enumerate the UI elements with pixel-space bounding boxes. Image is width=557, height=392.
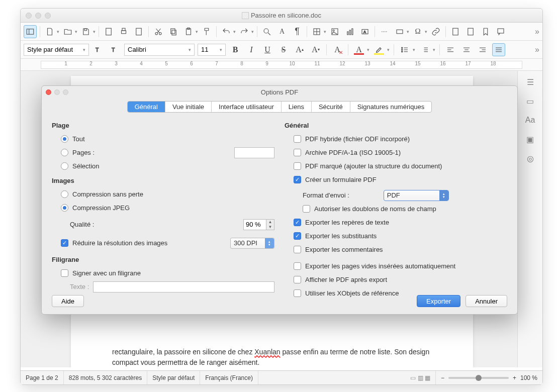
endnote-icon[interactable] <box>464 25 477 38</box>
sidebar-navigator-icon[interactable]: ◎ <box>521 150 539 166</box>
tab-links[interactable]: Liens <box>282 102 312 112</box>
pdfa-check[interactable] <box>294 149 301 156</box>
status-view-icons[interactable]: ▭ ▥ ▦ <box>405 371 436 384</box>
bookmarks-check[interactable] <box>294 219 301 226</box>
jpeg-radio[interactable] <box>61 204 68 212</box>
status-language[interactable]: Français (France) <box>200 371 258 384</box>
status-page[interactable]: Page 1 de 2 <box>21 371 64 384</box>
strikethrough-button[interactable]: S <box>277 43 290 56</box>
print-preview-icon[interactable] <box>132 25 145 38</box>
quality-spinner[interactable]: ▲▼ <box>266 219 274 230</box>
textbox-icon[interactable]: A <box>358 25 372 38</box>
form-check[interactable] <box>294 176 301 183</box>
sidebar-gallery-icon[interactable]: ▣ <box>521 131 539 147</box>
redo-icon[interactable] <box>238 25 251 38</box>
dpi-select[interactable]: 300 DPI ▴▾ <box>230 238 274 249</box>
tab-general[interactable]: Général <box>128 102 165 112</box>
paragraph-style-combo[interactable]: Style par défaut▾ <box>24 44 89 56</box>
spellcheck-icon[interactable]: A <box>275 25 289 38</box>
bold-button[interactable]: B <box>229 43 242 56</box>
align-justify-icon[interactable] <box>492 43 505 56</box>
bullet-list-icon[interactable] <box>398 43 411 56</box>
footnote-icon[interactable] <box>449 25 462 38</box>
sign-watermark-check[interactable] <box>61 269 68 277</box>
align-left-icon[interactable] <box>444 43 457 56</box>
tab-ui[interactable]: Interface utilisateur <box>212 102 282 112</box>
font-color-button[interactable]: A <box>352 43 365 56</box>
field-icon[interactable] <box>393 25 406 38</box>
range-pages-radio[interactable] <box>61 149 68 156</box>
export-pdf-icon[interactable] <box>102 25 115 38</box>
svg-rect-12 <box>171 29 175 34</box>
pdfa-label: Archive PDF/A-1a (ISO 19005-1) <box>305 149 401 156</box>
comments-check[interactable] <box>294 246 301 253</box>
cut-icon[interactable] <box>152 25 165 38</box>
table-icon[interactable] <box>310 25 323 38</box>
format-paintbrush-icon[interactable] <box>200 25 213 38</box>
sidebar-page-icon[interactable]: ▭ <box>521 93 539 109</box>
align-right-icon[interactable] <box>476 43 489 56</box>
paste-icon[interactable] <box>182 25 195 38</box>
body-text: rectangulaire, la passoire en silicone d… <box>112 347 477 367</box>
reduce-resolution-check[interactable] <box>61 239 68 247</box>
placeholders-check[interactable] <box>294 232 301 240</box>
number-list-icon[interactable] <box>418 43 431 56</box>
export-button[interactable]: Exporter <box>417 295 460 307</box>
svg-rect-31 <box>498 29 504 33</box>
dup-fields-check[interactable] <box>303 205 310 213</box>
find-icon[interactable] <box>260 25 273 38</box>
submit-format-select[interactable]: PDF ▴▾ <box>384 190 449 201</box>
print-icon[interactable] <box>117 25 130 38</box>
tab-initial-view[interactable]: Vue initiale <box>165 102 212 112</box>
image-icon[interactable] <box>328 25 341 38</box>
ruler-mark: 18 <box>490 61 496 66</box>
svg-rect-29 <box>453 28 458 35</box>
statusbar: Page 1 de 2 828 mots, 5 302 caractères S… <box>21 370 542 384</box>
chart-icon[interactable] <box>343 25 356 38</box>
special-char-icon[interactable]: Ω <box>411 25 424 38</box>
subscript-button[interactable]: A▾ <box>309 43 322 56</box>
tagged-check[interactable] <box>294 162 301 170</box>
svg-rect-11 <box>172 30 176 35</box>
range-pages-input[interactable] <box>234 147 274 158</box>
font-size-combo[interactable]: 11▾ <box>198 44 226 56</box>
page-break-icon[interactable] <box>378 25 391 38</box>
save-icon[interactable] <box>79 25 92 38</box>
hyperlink-icon[interactable] <box>429 25 442 38</box>
underline-button[interactable]: U <box>261 43 274 56</box>
new-icon[interactable] <box>43 25 56 38</box>
formatting-marks-icon[interactable]: ¶ <box>291 25 304 38</box>
range-all-label: Tout <box>72 135 85 143</box>
view-after-check[interactable] <box>294 276 301 283</box>
superscript-button[interactable]: A▴ <box>293 43 306 56</box>
highlight-button[interactable] <box>373 43 386 56</box>
blank-pages-check[interactable] <box>294 262 301 270</box>
status-style[interactable]: Style par défaut <box>147 371 200 384</box>
quality-input[interactable] <box>243 219 266 230</box>
status-zoom[interactable]: − + 100 % <box>436 371 542 384</box>
hybrid-check[interactable] <box>294 135 301 143</box>
bookmark-icon[interactable] <box>479 25 492 38</box>
tab-security[interactable]: Sécurité <box>312 102 350 112</box>
ruler: 123456789101112131415161718 <box>21 59 542 71</box>
align-center-icon[interactable] <box>460 43 473 56</box>
font-name-combo[interactable]: Calibri▾ <box>124 44 195 56</box>
update-style-icon[interactable]: T <box>92 43 105 56</box>
new-style-icon[interactable]: T <box>108 43 121 56</box>
cancel-button[interactable]: Annuler <box>466 295 507 307</box>
open-icon[interactable] <box>61 25 74 38</box>
sidebar-styles-icon[interactable]: Aa <box>521 112 539 128</box>
status-wordcount[interactable]: 828 mots, 5 302 caractères <box>64 371 147 384</box>
undo-icon[interactable] <box>220 25 233 38</box>
comment-icon[interactable] <box>494 25 507 38</box>
sidebar-properties-icon[interactable]: ☰ <box>521 74 539 90</box>
clear-format-button[interactable]: A✕ <box>331 43 344 56</box>
italic-button[interactable]: I <box>245 43 258 56</box>
range-all-radio[interactable] <box>61 135 68 143</box>
tab-signatures[interactable]: Signatures numériques <box>350 102 432 112</box>
help-button[interactable]: Aide <box>52 295 84 307</box>
range-selection-radio[interactable] <box>61 162 68 170</box>
copy-icon[interactable] <box>167 25 180 38</box>
sidebar-toggle-icon[interactable] <box>24 25 37 38</box>
lossless-radio[interactable] <box>61 190 68 198</box>
